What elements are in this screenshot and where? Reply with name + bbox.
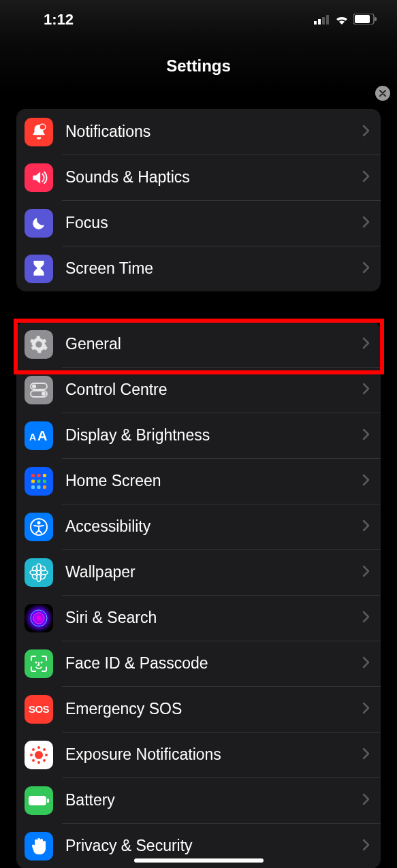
svg-rect-16 (43, 474, 46, 477)
exposure-icon (25, 741, 53, 769)
row-home-screen[interactable]: Home Screen (16, 458, 381, 504)
row-label: Control Centre (65, 381, 362, 399)
svg-rect-1 (318, 19, 321, 25)
battery-icon (353, 11, 377, 29)
svg-rect-14 (31, 474, 35, 477)
row-label: Privacy & Security (65, 837, 362, 855)
siri-icon (25, 604, 53, 632)
row-wallpaper[interactable]: Wallpaper (16, 549, 381, 595)
chevron-right-icon (362, 216, 370, 231)
row-siri-search[interactable]: Siri & Search (16, 595, 381, 641)
flower-icon (25, 558, 53, 587)
cellular-icon (314, 11, 330, 29)
row-label: Home Screen (65, 472, 362, 490)
status-time: 1:12 (44, 11, 74, 29)
svg-rect-15 (37, 474, 41, 477)
row-label: General (65, 335, 362, 353)
svg-text:A: A (37, 428, 47, 443)
chevron-right-icon (362, 170, 370, 185)
chevron-right-icon (362, 261, 370, 276)
row-label: Face ID & Passcode (65, 654, 362, 673)
chevron-right-icon (362, 656, 370, 671)
bell-badge-icon (25, 118, 53, 146)
svg-rect-20 (31, 485, 35, 489)
svg-point-39 (37, 746, 40, 749)
svg-text:A: A (29, 432, 36, 443)
chevron-right-icon (362, 383, 370, 398)
row-screen-time[interactable]: Screen Time (16, 246, 381, 291)
row-label: Emergency SOS (65, 700, 362, 718)
svg-point-43 (32, 748, 35, 751)
close-button[interactable] (375, 86, 390, 101)
row-emergency-sos[interactable]: SOS Emergency SOS (16, 686, 381, 732)
chevron-right-icon (362, 611, 370, 626)
row-accessibility[interactable]: Accessibility (16, 504, 381, 549)
chevron-right-icon (362, 839, 370, 854)
wifi-icon (334, 11, 349, 29)
svg-point-36 (35, 661, 37, 663)
hourglass-icon (25, 255, 53, 283)
row-focus[interactable]: Focus (16, 200, 381, 246)
row-control-centre[interactable]: Control Centre (16, 367, 381, 413)
svg-point-40 (37, 761, 40, 764)
svg-rect-48 (47, 799, 49, 803)
svg-rect-18 (37, 479, 41, 483)
row-display-brightness[interactable]: AA Display & Brightness (16, 413, 381, 458)
row-exposure-notifications[interactable]: Exposure Notifications (16, 732, 381, 777)
chevron-right-icon (362, 702, 370, 717)
svg-point-25 (37, 570, 41, 575)
textsize-icon: AA (25, 421, 53, 450)
speaker-icon (25, 163, 53, 192)
svg-point-9 (32, 384, 36, 388)
svg-rect-22 (43, 485, 46, 489)
row-battery[interactable]: Battery (16, 777, 381, 823)
faceid-icon (25, 649, 53, 678)
toggles-icon (25, 376, 53, 404)
svg-point-37 (41, 661, 43, 663)
app-grid-icon (25, 467, 53, 496)
svg-rect-5 (355, 15, 370, 23)
row-label: Focus (65, 214, 362, 232)
row-label: Sounds & Haptics (65, 168, 362, 187)
row-label: Battery (65, 791, 362, 809)
status-bar: 1:12 (0, 0, 397, 39)
chevron-right-icon (362, 519, 370, 534)
svg-rect-21 (37, 485, 41, 489)
row-label: Display & Brightness (65, 426, 362, 445)
chevron-right-icon (362, 748, 370, 762)
close-icon (379, 90, 386, 97)
row-label: Exposure Notifications (65, 745, 362, 764)
row-label: Wallpaper (65, 563, 362, 581)
moon-icon (25, 209, 53, 238)
svg-point-11 (42, 391, 46, 396)
settings-list: Notifications Sounds & Haptics Focus Scr… (0, 93, 397, 868)
chevron-right-icon (362, 337, 370, 352)
row-label: Screen Time (65, 259, 362, 278)
svg-point-44 (43, 748, 46, 751)
row-faceid-passcode[interactable]: Face ID & Passcode (16, 641, 381, 686)
status-indicators (314, 11, 377, 29)
svg-rect-3 (326, 15, 329, 25)
gear-icon (25, 330, 53, 359)
row-general[interactable]: General (16, 321, 381, 367)
settings-group: Notifications Sounds & Haptics Focus Scr… (16, 109, 381, 291)
svg-point-38 (35, 751, 43, 759)
page-header: Settings (0, 39, 397, 93)
svg-rect-17 (31, 479, 35, 483)
home-indicator[interactable] (134, 858, 264, 863)
svg-rect-47 (29, 796, 46, 805)
row-label: Notifications (65, 123, 362, 141)
settings-group: General Control Centre AA Display & Brig… (16, 321, 381, 868)
svg-rect-6 (375, 17, 377, 21)
svg-point-35 (33, 613, 44, 624)
svg-point-41 (30, 754, 33, 756)
svg-point-45 (32, 759, 35, 762)
row-label: Siri & Search (65, 609, 362, 627)
accessibility-icon (25, 513, 53, 541)
chevron-right-icon (362, 474, 370, 489)
chevron-right-icon (362, 565, 370, 580)
svg-rect-19 (43, 479, 46, 483)
svg-rect-0 (314, 21, 317, 25)
row-sounds-haptics[interactable]: Sounds & Haptics (16, 155, 381, 200)
row-notifications[interactable]: Notifications (16, 109, 381, 155)
